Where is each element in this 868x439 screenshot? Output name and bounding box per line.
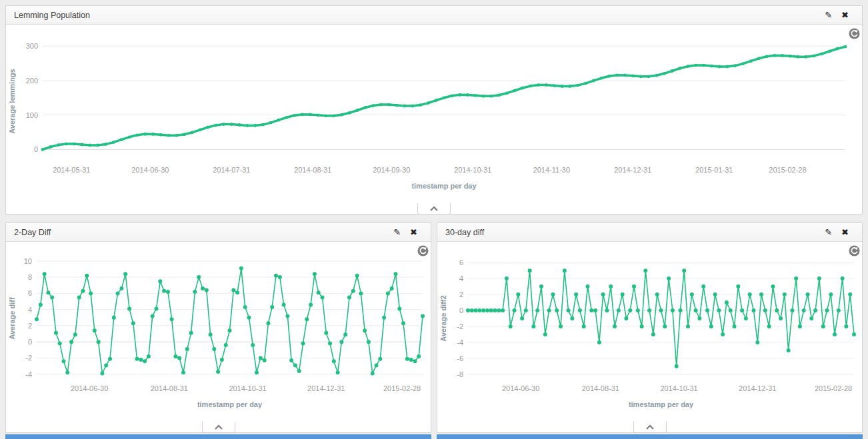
- svg-text:timestamp per day: timestamp per day: [197, 400, 263, 408]
- collapse-panel-button[interactable]: [202, 422, 235, 433]
- thirty-day-diff-chart[interactable]: -8-6-4-202462014-06-302014-08-312014-10-…: [437, 242, 862, 432]
- panel-lemming-population: Lemming Population ✎ ✖ 01002003002014-05…: [5, 5, 863, 215]
- chevron-up-icon: [214, 424, 223, 430]
- bottom-row: 2-Day Diff ✎ ✖ -4-202468102014-06-302014…: [5, 222, 863, 433]
- svg-text:200: 200: [26, 77, 38, 85]
- svg-text:0: 0: [34, 145, 38, 153]
- svg-text:2014-08-31: 2014-08-31: [294, 166, 331, 174]
- svg-text:2014-10-31: 2014-10-31: [454, 166, 491, 174]
- svg-text:2014-05-31: 2014-05-31: [53, 166, 90, 174]
- panel-header: 30-day diff ✎ ✖: [437, 223, 862, 242]
- history-icon[interactable]: [849, 28, 860, 39]
- svg-text:2014-06-30: 2014-06-30: [71, 384, 108, 392]
- svg-text:300: 300: [26, 42, 38, 50]
- panel-title: Lemming Population: [14, 11, 90, 20]
- svg-text:2015-02-28: 2015-02-28: [815, 384, 852, 392]
- chevron-up-icon: [429, 206, 439, 212]
- svg-text:2014-12-31: 2014-12-31: [739, 384, 776, 392]
- history-icon[interactable]: [849, 245, 860, 256]
- edit-panel-icon[interactable]: ✎: [825, 228, 832, 236]
- panel-title: 2-Day Diff: [14, 228, 51, 237]
- svg-text:Average diff2: Average diff2: [439, 295, 447, 341]
- svg-text:Average diff: Average diff: [8, 297, 16, 340]
- two-day-diff-chart[interactable]: -4-202468102014-06-302014-08-312014-10-3…: [6, 242, 431, 432]
- svg-text:0: 0: [459, 306, 463, 314]
- row-resize-bar-left[interactable]: [5, 434, 431, 439]
- svg-text:2014-07-31: 2014-07-31: [213, 166, 250, 174]
- svg-text:-4: -4: [25, 370, 32, 378]
- svg-text:-4: -4: [457, 338, 463, 346]
- svg-text:2014-12-31: 2014-12-31: [307, 384, 345, 392]
- svg-text:2014-06-30: 2014-06-30: [131, 166, 169, 174]
- svg-text:6: 6: [459, 258, 463, 266]
- svg-text:10: 10: [24, 257, 32, 265]
- svg-text:2015-01-31: 2015-01-31: [695, 166, 733, 174]
- chart-area: -4-202468102014-06-302014-08-312014-10-3…: [6, 242, 431, 432]
- svg-text:0: 0: [28, 338, 32, 346]
- svg-text:2: 2: [459, 290, 463, 298]
- panel-30-day-diff: 30-day diff ✎ ✖ -8-6-4-202462014-06-3020…: [437, 222, 863, 433]
- svg-text:2014-06-30: 2014-06-30: [502, 384, 539, 392]
- svg-text:-6: -6: [457, 354, 463, 362]
- history-icon[interactable]: [417, 245, 429, 256]
- collapse-panel-button[interactable]: [417, 203, 451, 215]
- svg-text:2014-08-31: 2014-08-31: [582, 384, 619, 392]
- svg-text:Average lemmings: Average lemmings: [8, 69, 16, 133]
- close-panel-icon[interactable]: ✖: [410, 228, 417, 236]
- svg-text:6: 6: [28, 289, 32, 297]
- svg-text:100: 100: [26, 111, 38, 119]
- svg-text:2014-10-31: 2014-10-31: [660, 384, 697, 392]
- svg-text:2014-08-31: 2014-08-31: [151, 384, 188, 392]
- svg-text:2014-12-31: 2014-12-31: [614, 166, 651, 174]
- svg-text:4: 4: [28, 306, 32, 314]
- dashboard: Lemming Population ✎ ✖ 01002003002014-05…: [0, 0, 868, 439]
- row-resize-bar-right[interactable]: [437, 434, 863, 439]
- edit-panel-icon[interactable]: ✎: [393, 228, 401, 236]
- close-panel-icon[interactable]: ✖: [841, 228, 849, 236]
- chevron-up-icon: [645, 424, 655, 430]
- panel-header-actions: ✎ ✖: [393, 228, 417, 236]
- panel-header-actions: ✎ ✖: [825, 11, 849, 19]
- collapse-panel-button[interactable]: [633, 422, 667, 433]
- panel-header: Lemming Population ✎ ✖: [6, 6, 862, 25]
- svg-text:4: 4: [459, 274, 463, 282]
- svg-text:2015-02-28: 2015-02-28: [383, 384, 421, 392]
- svg-text:timestamp per day: timestamp per day: [629, 400, 694, 408]
- svg-text:timestamp per day: timestamp per day: [411, 182, 477, 190]
- close-panel-icon[interactable]: ✖: [841, 11, 849, 19]
- chart-area: -8-6-4-202462014-06-302014-08-312014-10-…: [437, 242, 862, 432]
- svg-text:8: 8: [28, 273, 32, 281]
- svg-text:-2: -2: [457, 322, 463, 330]
- svg-text:2014-09-30: 2014-09-30: [373, 166, 410, 174]
- svg-text:2: 2: [28, 322, 32, 330]
- panel-header: 2-Day Diff ✎ ✖: [6, 223, 431, 242]
- panel-title: 30-day diff: [445, 228, 484, 237]
- chart-area: 01002003002014-05-312014-06-302014-07-31…: [6, 25, 862, 214]
- svg-text:-2: -2: [25, 354, 32, 362]
- panel-header-actions: ✎ ✖: [825, 228, 849, 236]
- svg-text:-8: -8: [457, 370, 463, 378]
- lemming-population-chart[interactable]: 01002003002014-05-312014-06-302014-07-31…: [6, 25, 862, 214]
- svg-text:2014-10-31: 2014-10-31: [229, 384, 266, 392]
- edit-panel-icon[interactable]: ✎: [825, 11, 832, 19]
- panel-2-day-diff: 2-Day Diff ✎ ✖ -4-202468102014-06-302014…: [5, 222, 431, 433]
- row-bars: [5, 434, 863, 439]
- svg-text:2015-02-28: 2015-02-28: [769, 166, 806, 174]
- svg-text:2014-11-30: 2014-11-30: [533, 166, 570, 174]
